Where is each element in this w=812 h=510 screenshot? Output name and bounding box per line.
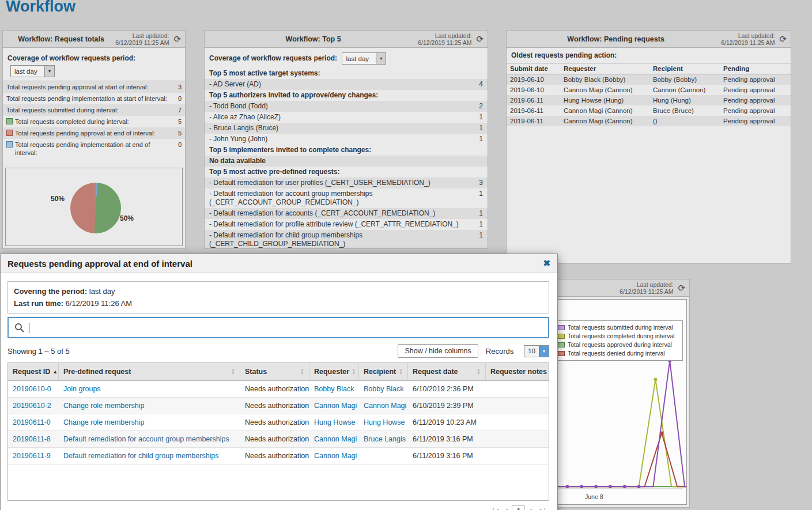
requests-table-rows: 20190610-0 Join groups Needs authorizati… [8, 381, 549, 464]
period-label: Coverage of workflow requests period: [209, 54, 337, 62]
stat-row-pending-implementation-end[interactable]: Total requests pending implementation at… [3, 139, 185, 158]
stat-label: Total requests pending approval at end o… [15, 129, 155, 137]
stat-label: Total requests pending implementation at… [6, 95, 167, 103]
stat-row-submitted[interactable]: Total requests submitted during interval… [3, 104, 185, 116]
panel-title: Workflow: Top 5 [209, 35, 418, 43]
next-page-icon[interactable]: ▶ [530, 507, 534, 510]
table-row: 20190611-8 Default remediation for accou… [8, 431, 549, 448]
last-updated: Last updated: 6/12/2019 11:25 AM [418, 32, 471, 46]
panel-pending-requests: Workflow: Pending requests Last updated:… [506, 30, 791, 264]
refresh-icon[interactable]: ⟳ [476, 34, 484, 44]
request-id-link[interactable]: 20190610-2 [8, 398, 59, 414]
show-hide-columns-button[interactable]: Show / hide columns [398, 344, 478, 358]
requester-link[interactable]: Cannon Magi [309, 398, 359, 414]
requester-link[interactable]: Hung Howse [309, 414, 359, 430]
requester-link[interactable]: Bobby Black [309, 381, 359, 397]
top5-item: - Default remediation for profile attrib… [205, 219, 488, 230]
recipient-link[interactable]: Bruce Langis [359, 431, 408, 447]
search-box[interactable] [7, 317, 549, 338]
records-select-value: 10 [524, 347, 539, 354]
requester-notes-cell [486, 381, 549, 397]
sort-icon: ▲▼ [477, 368, 481, 375]
stat-row-pending-approval-start[interactable]: Total requests pending approval at start… [3, 81, 185, 93]
request-totals-pie-chart[interactable] [70, 183, 121, 233]
pie-chart-box: 50% 50% [5, 168, 183, 246]
top5-section-heading: Top 5 authorizers invited to approve/den… [205, 90, 488, 101]
top5-list: Top 5 most active target systems: - AD S… [205, 68, 488, 249]
first-page-icon[interactable]: |◀ [493, 507, 497, 510]
recipient-link[interactable] [359, 448, 408, 464]
pre-defined-request-link[interactable]: Join groups [59, 381, 240, 397]
records-select[interactable]: 10 ▼ [524, 345, 549, 357]
column-header-request-id[interactable]: Request ID▲ [8, 363, 59, 380]
column-header-recipient[interactable]: Recipient ▲▼ [359, 363, 408, 380]
last-updated: Last updated: 6/12/2019 11:25 AM [115, 32, 169, 46]
requests-table: Request ID▲ Pre-defined request ▲▼ Statu… [7, 362, 549, 501]
recipient-link[interactable]: Bobby Black [359, 381, 408, 397]
period-row: Coverage of workflow requests period: la… [3, 48, 185, 81]
last-run-label: Last run time: [14, 299, 63, 308]
pre-defined-request-link[interactable]: Change role membership [59, 414, 240, 430]
prev-page-icon[interactable]: ◀ [503, 507, 507, 510]
close-icon[interactable]: ✖ [543, 258, 550, 269]
request-id-link[interactable]: 20190610-0 [8, 381, 59, 397]
legend-swatch-red [558, 351, 565, 356]
status-cell: Needs authorization [240, 414, 309, 430]
recipient-cell: Bruce (Bruce) [649, 105, 720, 116]
stat-row-completed[interactable]: Total requests completed during interval… [3, 116, 185, 127]
sort-icon: ▲▼ [300, 368, 304, 375]
request-id-link[interactable]: 20190611-9 [8, 448, 59, 464]
legend-item: Total requests submitted during interval [558, 323, 679, 332]
pre-defined-request-link[interactable]: Default remediation for child group memb… [59, 448, 240, 464]
requester-link[interactable]: Cannon Magi [309, 431, 359, 447]
pending-request-row: 2019-06-10 Bobby Black (Bobby) Bobby (Bo… [507, 74, 791, 85]
top5-item: - Alice az Zhao (AliceZ)1 [205, 112, 488, 123]
panel-request-totals-header: Workflow: Request totals Last updated: 6… [3, 31, 185, 48]
top5-no-data: No data available [205, 156, 488, 167]
request-date-cell: 6/11/2019 10:23 AM [408, 414, 486, 430]
legend-item: Total requests approved during interval [558, 341, 679, 349]
pre-defined-request-link[interactable]: Default remediation for account group me… [59, 431, 240, 447]
refresh-icon[interactable]: ⟳ [779, 34, 787, 44]
column-header-pre-defined-request[interactable]: Pre-defined request ▲▼ [59, 363, 240, 380]
pending-subtitle: Oldest requests pending action: [507, 48, 791, 63]
requester-notes-cell [486, 414, 549, 430]
search-input[interactable] [34, 318, 542, 337]
top5-section-heading: Top 5 most active pre-defined requests: [205, 167, 488, 177]
pie-label-left: 50% [51, 195, 65, 203]
sort-icon: ▲▼ [231, 368, 235, 375]
column-header-requester-notes[interactable]: Requester notes ▲▼ [486, 363, 549, 380]
top5-section-heading: Top 5 implementers invited to complete c… [205, 145, 488, 156]
recipient-link[interactable]: Hung Howse [359, 414, 408, 430]
top5-item: - Default remediation for child group me… [205, 230, 488, 249]
submit-date-cell: 2019-06-10 [507, 85, 560, 95]
request-id-link[interactable]: 20190611-8 [8, 431, 59, 447]
pagination: |◀ ◀ 1 ▶ ▶| [7, 505, 549, 510]
legend-swatch-green [558, 342, 565, 347]
period-select[interactable]: last day ▼ [342, 52, 386, 65]
refresh-icon[interactable]: ⟳ [678, 283, 685, 293]
stat-row-pending-approval-end[interactable]: Total requests pending approval at end o… [3, 127, 185, 139]
submit-date-cell: 2019-06-11 [507, 95, 560, 105]
page-number[interactable]: 1 [512, 505, 525, 510]
column-header-requester[interactable]: Requester ▲▼ [309, 363, 359, 380]
legend-item: Total requests completed during interval [558, 332, 679, 341]
stat-value: 0 [173, 95, 182, 103]
stat-value: 5 [173, 129, 182, 137]
pending-request-row: 2019-06-11 Hung Howse (Hung) Hung (Hung)… [507, 95, 791, 105]
panel-pending-requests-header: Workflow: Pending requests Last updated:… [507, 31, 791, 48]
last-page-icon[interactable]: ▶| [540, 507, 545, 510]
stat-row-pending-implementation-start[interactable]: Total requests pending implementation at… [3, 93, 185, 104]
showing-count: Showing 1 – 5 of 5 [7, 347, 390, 356]
period-select[interactable]: last day ▼ [10, 65, 55, 77]
recipient-link[interactable]: Cannon Magi [359, 398, 408, 414]
top5-section-heading: Top 5 most active target systems: [205, 68, 488, 79]
pending-request-row: 2019-06-11 Cannon Magi (Cannon) Bruce (B… [507, 105, 791, 116]
pre-defined-request-link[interactable]: Change role membership [59, 398, 240, 414]
column-header-status[interactable]: Status ▲▼ [240, 363, 309, 380]
requester-link[interactable]: Cannon Magi [309, 448, 359, 464]
column-header-request-date[interactable]: Request date ▲▼ [408, 363, 486, 380]
request-id-link[interactable]: 20190611-0 [8, 414, 59, 430]
stat-value: 5 [173, 118, 182, 126]
refresh-icon[interactable]: ⟳ [173, 34, 181, 44]
